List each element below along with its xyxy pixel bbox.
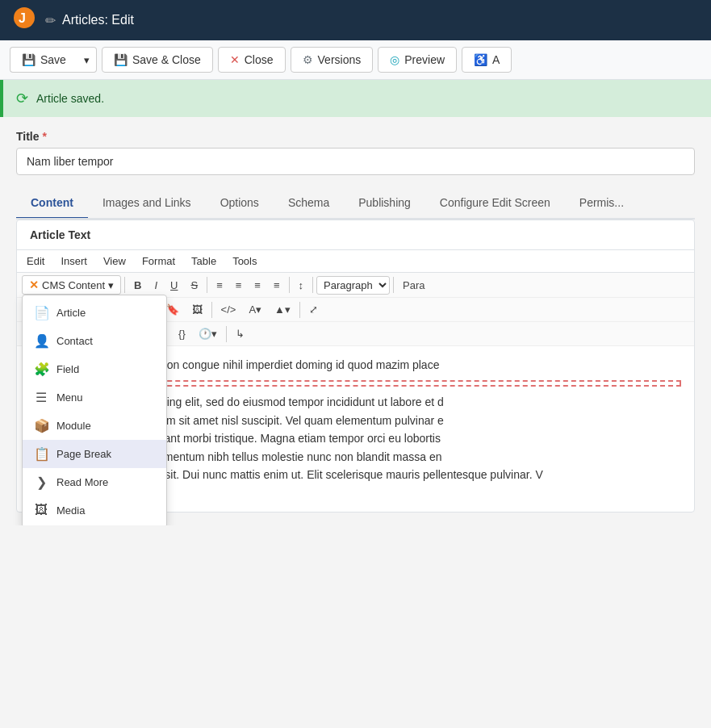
font-color-button[interactable]: A▾ <box>243 300 267 319</box>
title-field-group: Title * <box>16 130 695 175</box>
accessibility-button[interactable]: ♿ A <box>462 47 512 73</box>
close-button[interactable]: ✕ Close <box>218 47 286 73</box>
module-icon: 📦 <box>34 418 48 433</box>
save-button[interactable]: 💾 Save <box>10 47 77 73</box>
menu-table[interactable]: Table <box>188 253 220 269</box>
bold-button[interactable]: B <box>128 276 147 295</box>
title-input[interactable] <box>16 148 695 175</box>
tab-publishing[interactable]: Publishing <box>344 188 425 220</box>
save-icon: 💾 <box>22 53 36 66</box>
paragraph-select[interactable]: Paragraph <box>316 276 390 295</box>
image-button[interactable]: 🖼 <box>186 300 208 319</box>
editor-card: Article Text Edit Insert View Format Tab… <box>16 220 695 513</box>
menu-tools[interactable]: Tools <box>229 253 260 269</box>
cms-content-menu: 📄 Article 👤 Contact 🧩 Field ☰ Menu <box>22 295 167 525</box>
menu-insert[interactable]: Insert <box>57 253 90 269</box>
separator1 <box>124 277 125 293</box>
page-title: ✏ Articles: Edit <box>45 13 134 28</box>
editor-menu-bar: Edit Insert View Format Table Tools <box>17 250 694 273</box>
versions-button[interactable]: ⚙ Versions <box>291 47 374 73</box>
dropdown-item-page-break[interactable]: 📋 Page Break <box>23 440 166 468</box>
para-button[interactable]: Para <box>397 276 430 295</box>
title-label: Title * <box>16 130 695 143</box>
menu-icon: ☰ <box>34 390 48 405</box>
align-justify-button[interactable]: ≡ <box>268 276 286 295</box>
tab-schema[interactable]: Schema <box>274 188 344 220</box>
pencil-icon: ✏ <box>45 13 56 28</box>
separator5 <box>393 277 394 293</box>
line-height-button[interactable]: ↕ <box>293 276 310 295</box>
contact-icon: 👤 <box>34 333 48 349</box>
article-icon: 📄 <box>34 305 48 320</box>
success-alert: ⟳ Article saved. <box>0 80 711 117</box>
tab-options[interactable]: Options <box>206 188 274 220</box>
menu-edit[interactable]: Edit <box>23 253 48 269</box>
fullscreen-button[interactable]: ⤢ <box>303 300 324 319</box>
dropdown-item-contact[interactable]: 👤 Contact <box>23 327 166 355</box>
tab-images-links[interactable]: Images and Links <box>88 188 206 220</box>
editor-card-title: Article Text <box>17 220 694 250</box>
tab-bar: Content Images and Links Options Schema … <box>16 188 695 220</box>
dropdown-item-read-more[interactable]: ❯ Read More <box>23 468 166 496</box>
cms-content-dropdown: ✕ CMS Content ▾ 📄 Article 👤 Contact <box>22 275 121 295</box>
joomla-logo[interactable]: J <box>13 6 36 34</box>
save-close-icon: 💾 <box>114 53 128 66</box>
preview-icon: ◎ <box>390 53 399 66</box>
top-navbar: J ✏ Articles: Edit <box>0 0 711 40</box>
clock-button[interactable]: 🕐▾ <box>193 324 223 343</box>
save-btn-group: 💾 Save ▾ <box>10 47 97 73</box>
svg-text:J: J <box>19 11 26 25</box>
versions-icon: ⚙ <box>303 53 313 66</box>
tab-content[interactable]: Content <box>16 188 88 220</box>
save-close-button[interactable]: 💾 Save & Close <box>102 47 213 73</box>
editor-toolbar-row1: ✕ CMS Content ▾ 📄 Article 👤 Contact <box>17 273 694 298</box>
field-icon: 🧩 <box>34 362 48 377</box>
accessibility-icon: ♿ <box>474 53 487 66</box>
read-more-icon: ❯ <box>34 475 48 490</box>
code-button[interactable]: </> <box>215 300 242 319</box>
alert-icon: ⟳ <box>16 90 28 107</box>
page-break-icon: 📋 <box>34 446 48 462</box>
media-icon: 🖼 <box>34 503 48 517</box>
save-dropdown-button[interactable]: ▾ <box>77 47 97 73</box>
source-button[interactable]: {} <box>173 324 191 343</box>
dropdown-item-menu[interactable]: ☰ Menu <box>23 383 166 412</box>
dropdown-item-media[interactable]: 🖼 Media <box>23 496 166 524</box>
italic-button[interactable]: I <box>148 276 163 295</box>
main-toolbar: 💾 Save ▾ 💾 Save & Close ✕ Close ⚙ Versio… <box>0 40 711 80</box>
dropdown-item-field[interactable]: 🧩 Field <box>23 355 166 383</box>
tab-configure-edit-screen[interactable]: Configure Edit Screen <box>425 188 565 220</box>
align-left-button[interactable]: ≡ <box>211 276 228 295</box>
cms-dropdown-arrow: ▾ <box>108 279 114 291</box>
cursor-button[interactable]: ↳ <box>230 324 250 343</box>
tab-permissions[interactable]: Permis... <box>565 188 638 220</box>
separator7 <box>211 302 212 318</box>
menu-format[interactable]: Format <box>139 253 178 269</box>
close-icon: ✕ <box>230 53 240 66</box>
strikethrough-button[interactable]: S <box>185 276 203 295</box>
dropdown-item-module[interactable]: 📦 Module <box>23 412 166 440</box>
separator3 <box>289 277 290 293</box>
align-center-button[interactable]: ≡ <box>230 276 248 295</box>
separator8 <box>299 302 300 318</box>
preview-button[interactable]: ◎ Preview <box>378 47 457 73</box>
cms-content-button[interactable]: ✕ CMS Content ▾ <box>22 275 121 295</box>
alert-message: Article saved. <box>36 92 104 105</box>
separator4 <box>312 277 313 293</box>
required-indicator: * <box>42 130 46 143</box>
joomla-small-icon: ✕ <box>29 278 39 291</box>
content-area: Title * Content Images and Links Options… <box>0 117 711 525</box>
underline-button[interactable]: U <box>165 276 183 295</box>
separator10 <box>226 326 227 342</box>
dropdown-item-article[interactable]: 📄 Article <box>23 299 166 327</box>
highlight-button[interactable]: ▲▾ <box>269 300 296 319</box>
separator2 <box>207 277 207 293</box>
align-right-button[interactable]: ≡ <box>249 276 266 295</box>
menu-view[interactable]: View <box>100 253 129 269</box>
